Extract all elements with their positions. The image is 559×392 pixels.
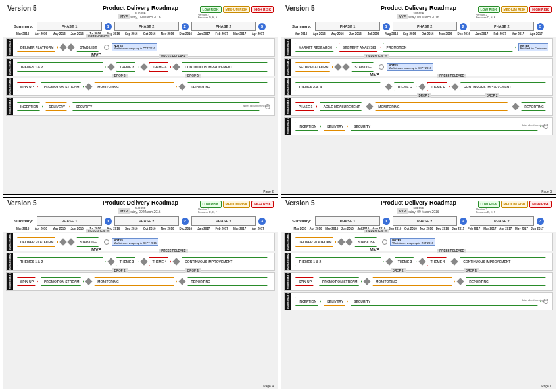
month-label: Oct 2016 xyxy=(419,32,437,36)
workstream-label: WORKSTREAM 2 xyxy=(285,253,291,270)
workstream-body: DROP 2DROP 3SPIN UPPROMOTION STREAMMONIT… xyxy=(291,273,552,290)
summary-label: Summary: xyxy=(14,24,33,28)
float-note: Notes about finishing point xyxy=(522,125,548,128)
month-label: Jun 2016 xyxy=(339,227,355,230)
date: Wednesday, 09 March 2016 xyxy=(381,210,456,214)
phase-1: PHASE 1 xyxy=(315,22,379,31)
workstream-row: WORKSTREAM 2MVPPRESS RELEASETHEMES 1 & 2… xyxy=(284,253,553,271)
workstream-label: WORKSTREAM 4 xyxy=(285,98,291,115)
month-label: Mar 2016 xyxy=(292,227,308,230)
workstream-label: WORKSTREAM 1 xyxy=(7,39,13,56)
workstream-body: DROP 1DROP 2PHASE 1AGILE MEASUREMENTMONI… xyxy=(291,98,552,115)
phase-1: PHASE 1 xyxy=(37,22,101,31)
risk-legend: LOW RISK MEDIUM RISK HIGH RISK xyxy=(200,6,274,13)
month-label: Jul 2016 xyxy=(364,32,383,36)
workstream-body: MVPPRESS RELEASETHEMES 1 & 2THEME 3THEME… xyxy=(13,253,274,270)
risk-high: HIGH RISK xyxy=(251,6,274,13)
activity-arrow: REPORTING xyxy=(187,277,270,286)
activity-arrow: DELIVERY xyxy=(324,297,348,306)
note-body: Workstream wraps up in OCT 2016 xyxy=(392,241,433,245)
month-label: Jan 2017 xyxy=(195,32,213,36)
mvp-marker: MVP xyxy=(118,14,130,19)
month-label: Nov 2016 xyxy=(158,32,177,36)
month-label: Jun 2016 xyxy=(347,32,365,36)
month-label: May 2016 xyxy=(324,227,339,230)
version-label: Version 5 xyxy=(285,5,314,12)
diamond-icon xyxy=(173,63,180,70)
milestone-3-icon: 3 xyxy=(258,218,266,225)
diamond-icon xyxy=(343,63,350,70)
risk-medium: MEDIUM RISK xyxy=(501,201,529,208)
press-release-marker: PRESS RELEASE xyxy=(159,54,187,59)
version-label: Version 5 xyxy=(7,5,36,12)
month-label: Jan 2017 xyxy=(450,227,466,230)
activity-arrow: PROMOTION STREAM xyxy=(41,277,84,286)
activity-arrow: STABILISE xyxy=(354,237,379,247)
summary-label: Summary: xyxy=(14,219,33,223)
note-body: Workstream wraps up in OCT 2016 xyxy=(114,47,155,50)
title-box: Product Delivery Roadmap subtitle Wednes… xyxy=(381,5,456,19)
panel-header: Version 5 Product Delivery Roadmap subti… xyxy=(281,198,556,215)
mvp-marker: MVP xyxy=(397,208,408,214)
dependency-marker: DEPENDENCY xyxy=(364,229,389,233)
float-note: Notes about finishing point xyxy=(243,105,270,108)
page-title: Product Delivery Roadmap xyxy=(103,5,178,11)
activity-arrow: AGILE MEASUREMENT xyxy=(320,102,364,111)
diamond-icon xyxy=(335,63,342,70)
note-box: NOTESWorkstream wraps up in OCT 2016 xyxy=(112,43,157,52)
activity-arrow: CONTINUOUS IMPROVEMENT xyxy=(460,82,548,91)
workstream-label: WORKSTREAM 3 xyxy=(7,78,13,95)
diamond-icon xyxy=(418,83,425,90)
note-box: NOTESWorkstream wraps up in OCT 2016 xyxy=(390,238,435,247)
diamond-icon xyxy=(107,258,114,265)
diamond-icon xyxy=(366,103,374,110)
risk-high: HIGH RISK xyxy=(251,201,274,208)
workstream-row: WORKSTREAM 3DROP 2DROP 3SPIN UPPROMOTION… xyxy=(6,78,275,96)
risk-medium: MEDIUM RISK xyxy=(223,6,251,13)
note-box: NOTESFinished for Christmas xyxy=(518,43,548,52)
workstream-label: WORKSTREAM 2 xyxy=(285,59,291,76)
workstream-row: WORKSTREAM 3DROP 2DROP 3SPIN UPPROMOTION… xyxy=(284,272,553,291)
milestone-dot-icon xyxy=(379,64,384,70)
drop-marker: DROP 2 xyxy=(391,268,406,273)
activity-arrow: DELIVER PLATFORM xyxy=(295,237,336,247)
month-axis: Mar 2016Apr 2016May 2016Jun 2016Jul 2016… xyxy=(281,227,556,230)
month-axis: Mar 2016Apr 2016May 2016Jun 2016Jul 2016… xyxy=(281,32,556,36)
workstream-body: DEPENDENCYSETUP PLATFORMSTABILISENOTESWo… xyxy=(291,59,552,76)
workstream-body: MVPPRESS RELEASETHEMES 1 & 2THEME 3THEME… xyxy=(291,253,552,270)
activity-arrow: MONITORING xyxy=(94,277,177,286)
risk-legend: LOW RISK MEDIUM RISK HIGH RISK xyxy=(478,6,552,13)
month-label: Feb 2017 xyxy=(213,227,231,230)
activity-arrow: PHASE 1 xyxy=(295,102,317,111)
diamond-icon xyxy=(85,278,93,285)
activity-arrow: THEME 4 xyxy=(427,257,450,266)
month-label: Jun 2017 xyxy=(529,227,545,230)
workstream-label: WORKSTREAM 3 xyxy=(285,78,291,95)
risk-low: LOW RISK xyxy=(478,6,500,13)
workstream-row: WORKSTREAM 2MVPPRESS RELEASETHEMES 1 & 2… xyxy=(6,253,275,271)
diamond-icon xyxy=(512,103,520,110)
workstream-label: WORKSTREAM 3 xyxy=(285,273,291,290)
month-label: Dec 2016 xyxy=(177,32,195,36)
activity-arrow: REPORTING xyxy=(466,277,548,286)
press-release-marker: PRESS RELEASE xyxy=(159,249,187,253)
month-label: Apr 2016 xyxy=(308,227,324,230)
mvp-label: MVP xyxy=(91,53,101,57)
activity-arrow: SPIN UP xyxy=(295,277,316,286)
mvp-label: MVP xyxy=(91,247,101,252)
activity-arrow: STABILISE xyxy=(351,62,376,72)
activity-arrow: SPIN UP xyxy=(17,277,38,286)
workstream-label: WORKSTREAM 5 xyxy=(285,118,291,135)
activity-arrow: REPORTING xyxy=(187,82,270,91)
month-label: Feb 2017 xyxy=(491,32,510,36)
summary-row: MVP Version 2Features D, E, F Summary: P… xyxy=(3,20,278,32)
workstream-label: WORKSTREAM 1 xyxy=(7,233,13,251)
activity-arrow: THEME 3 xyxy=(116,62,139,72)
activity-arrow: THEME D xyxy=(427,82,450,91)
activity-arrow: INCEPTION xyxy=(17,102,43,111)
note-body: Workstream wraps up in SEPT 2016 xyxy=(114,241,157,245)
phase-2: PHASE 2 xyxy=(393,216,457,226)
diamond-icon xyxy=(85,83,93,90)
title-box: Product Delivery Roadmap subtitle Wednes… xyxy=(381,199,456,214)
month-label: Mar 2017 xyxy=(231,227,249,230)
